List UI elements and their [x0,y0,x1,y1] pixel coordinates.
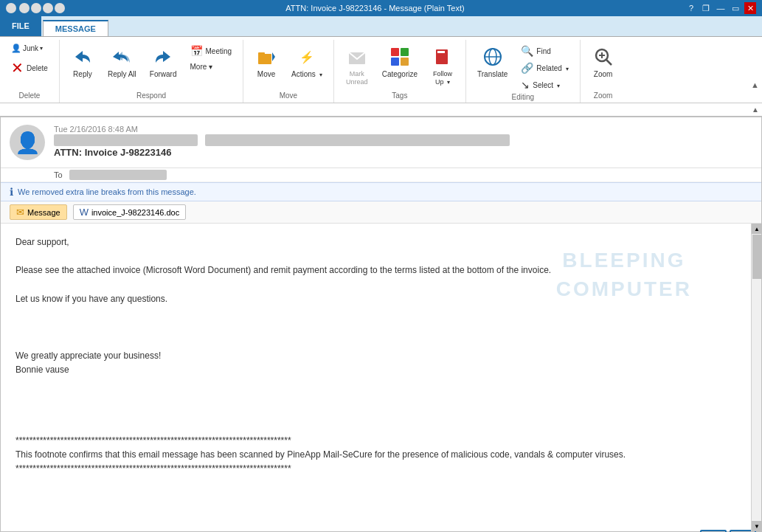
categorize-button[interactable]: Categorize [377,41,423,82]
body-line-5: Bonnie vause [15,363,736,377]
collapse-ribbon-btn[interactable]: ▲ [752,106,759,114]
actions-icon: ⚡ [295,45,319,69]
svg-rect-5 [401,48,409,56]
follow-up-icon [431,45,454,69]
mark-unread-button[interactable]: MarkUnread [340,41,374,90]
ribbon-expand-btn[interactable]: ▲ [751,80,759,89]
tab-file[interactable]: FILE [0,15,41,36]
mark-unread-icon [345,45,369,69]
avatar-icon: 👤 [15,131,41,155]
invoice-attachment[interactable]: W invoice_J-98223146.doc [73,204,187,220]
ribbon-group-delete: 👤 Junk ▾ ✕ Delete Delete [0,40,60,103]
ribbon-tabs: FILE MESSAGE [0,16,762,37]
doc-attachment-icon: W [80,207,89,218]
translate-icon [481,45,505,69]
message-window: 👤 Tue 2/16/2016 8:48 AM ████████ ████ ██… [0,117,762,532]
info-bar: ℹ We removed extra line breaks from this… [1,182,761,201]
move-button[interactable]: Move [249,41,283,82]
email-body: BLEEPING COMPUTER Dear support, Please s… [1,224,751,531]
email-from: ████████ ████ █████████████████████████ [54,135,752,145]
svg-rect-9 [437,51,445,53]
tags-group-label: Tags [392,91,407,101]
help-button[interactable]: ? [685,2,697,14]
reply-all-button[interactable]: Reply All [103,41,142,82]
categorize-icon [388,45,412,69]
ribbon-group-zoom: Zoom Zoom [581,40,626,103]
reply-all-icon [110,45,134,69]
editing-group-label: Editing [512,93,535,103]
body-footer-2: This footnote confirms that this email m… [15,448,736,462]
body-line-1: Dear support, [15,235,736,249]
zoom-button[interactable]: Zoom [586,41,620,82]
move-icon [254,45,278,69]
ribbon-group-respond: Reply Reply All Forward 📅 Meeting [60,40,243,103]
delete-button[interactable]: ✕ Delete [6,57,53,79]
zoom-icon [592,45,615,69]
email-date: Tue 2/16/2016 8:48 AM [54,125,752,134]
ribbon: 👤 Junk ▾ ✕ Delete Delete Reply [0,37,762,103]
sender-avatar: 👤 [10,125,45,160]
svg-line-14 [606,60,612,65]
title-bar: ATTN: Invoice J-98223146 - Message (Plai… [0,0,762,16]
close-button[interactable]: ✕ [744,2,756,14]
svg-rect-6 [391,58,399,66]
forward-icon [151,45,175,69]
move-group-label: Move [280,91,297,101]
scroll-thumb[interactable] [752,235,761,279]
body-line-3: Let us know if you have any questions. [15,292,736,306]
scrollbar[interactable]: ▲ ▼ [751,224,761,531]
minimize-button[interactable]: — [715,2,727,14]
svg-marker-2 [272,52,275,61]
email-header: 👤 Tue 2/16/2016 8:48 AM ████████ ████ ██… [1,117,761,168]
maximize-button[interactable]: ▭ [730,2,741,14]
actions-button[interactable]: ⚡ Actions ▾ [286,41,328,82]
body-line-4: We greatly appreciate your business! [15,349,736,363]
body-footer-1: ****************************************… [15,434,736,448]
attachments-bar: ✉ Message W invoice_J-98223146.doc [1,201,761,224]
scroll-up-btn[interactable]: ▲ [752,224,761,234]
email-to-line: To ████████ [1,168,761,182]
select-icon: ↘ [521,79,530,91]
ribbon-group-move: Move ⚡ Actions ▾ Move [243,40,334,103]
message-attachment-icon: ✉ [16,207,24,218]
more-respond-button[interactable]: More ▾ [185,61,238,73]
respond-group-label: Respond [136,91,166,101]
forward-button[interactable]: Forward [145,41,182,82]
find-button[interactable]: 🔍 Find [516,43,573,59]
svg-rect-0 [258,54,271,64]
ribbon-group-tags: MarkUnread Categorize FollowUp ▾ [334,40,466,103]
translate-button[interactable]: Translate [472,41,513,82]
ribbon-bottom: ▲ [0,103,762,117]
delete-group-label: Delete [19,91,41,101]
select-button[interactable]: ↘ Select ▾ [516,77,573,93]
related-button[interactable]: 🔗 Related ▾ [516,60,573,76]
email-body-container: BLEEPING COMPUTER Dear support, Please s… [1,224,761,531]
body-footer-3: ****************************************… [15,462,736,476]
junk-button[interactable]: 👤 Junk ▾ [6,41,53,55]
info-icon: ℹ [10,186,13,198]
reply-button[interactable]: Reply [66,41,100,82]
svg-rect-1 [258,52,265,55]
scroll-down-btn[interactable]: ▼ [752,521,761,531]
svg-rect-7 [401,58,409,66]
window-title: ATTN: Invoice J-98223146 - Message (Plai… [65,4,685,13]
restore-down-button[interactable]: ❐ [700,2,712,14]
meeting-icon: 📅 [190,45,203,57]
follow-up-button[interactable]: FollowUp ▾ [426,41,460,90]
tab-message[interactable]: MESSAGE [43,20,108,36]
reply-icon [71,45,94,69]
zoom-group-label: Zoom [594,91,613,101]
ribbon-group-editing: Translate 🔍 Find 🔗 Related ▾ ↘ Select ▾ … [466,40,581,103]
svg-rect-4 [391,48,399,56]
message-attachment[interactable]: ✉ Message [10,204,67,220]
email-meta: Tue 2/16/2016 8:48 AM ████████ ████ ████… [54,125,752,160]
related-icon: 🔗 [521,62,533,74]
email-subject: ATTN: Invoice J-98223146 [54,147,752,158]
find-icon: 🔍 [521,45,533,57]
meeting-button[interactable]: 📅 Meeting [185,43,238,59]
body-line-2: Please see the attached invoice (Microso… [15,263,736,277]
